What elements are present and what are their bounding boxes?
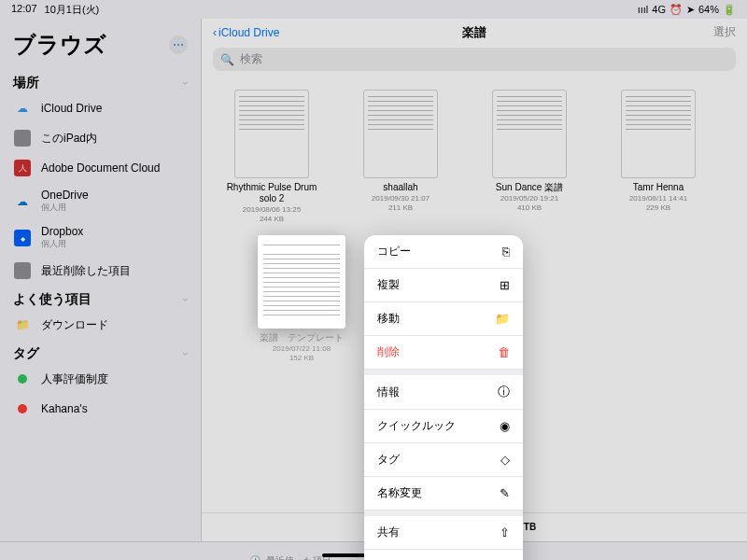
page-title: 楽譜 <box>462 24 486 41</box>
sidebar: ブラウズ ⋯ 場所 › ☁ iCloud Drive このiPad内 人 Ado… <box>0 19 201 541</box>
signal-icon: ıııl <box>638 4 649 15</box>
status-bar: 12:07 10月1日(火) ıııl 4G ⏰ ➤ 64% 🔋 <box>0 0 747 19</box>
thumbnail <box>234 90 309 178</box>
ctx-icon: ◇ <box>500 453 510 467</box>
chevron-left-icon: ‹ <box>213 26 217 39</box>
thumbnail <box>492 90 567 178</box>
folder-icon: 📁 <box>13 315 32 334</box>
file-item[interactable]: Rhythmic Pulse Drum solo 2 2019/08/06 13… <box>220 90 323 223</box>
ctx-item-名称変更[interactable]: 名称変更✎ <box>364 477 523 511</box>
ctx-icon: 📁 <box>495 312 510 326</box>
file-item-selected[interactable]: 楽譜 テンプレート 2019/07/22 11:08 152 KB <box>250 235 353 362</box>
sidebar-item-onedrive[interactable]: ☁ OneDrive個人用 <box>0 183 201 219</box>
select-button[interactable]: 選択 <box>713 24 736 40</box>
ctx-item-クイックルック[interactable]: クイックルック◉ <box>364 410 523 443</box>
location-icon: ➤ <box>686 4 695 16</box>
status-date: 10月1日(火) <box>45 3 100 17</box>
section-favorites[interactable]: よく使う項目 › <box>0 286 201 310</box>
chevron-down-icon: › <box>180 81 191 85</box>
sidebar-item-icloud[interactable]: ☁ iCloud Drive <box>0 93 201 123</box>
section-locations[interactable]: 場所 › <box>0 69 201 93</box>
tag-dot-icon <box>18 404 27 413</box>
ctx-item-移動[interactable]: 移動📁 <box>364 302 523 336</box>
search-icon: 🔍 <box>220 53 234 66</box>
section-tags[interactable]: タグ › <box>0 340 201 364</box>
sidebar-tag-1[interactable]: Kahana's <box>0 394 201 424</box>
ctx-item-複製[interactable]: 複製⊞ <box>364 269 523 302</box>
battery-icon: 🔋 <box>723 4 736 16</box>
sidebar-item-trash[interactable]: 最近削除した項目 <box>0 256 201 286</box>
alarm-icon: ⏰ <box>669 4 683 16</box>
onedrive-icon: ☁ <box>13 192 32 211</box>
sidebar-item-ipad[interactable]: このiPad内 <box>0 123 201 153</box>
trash-icon <box>14 262 31 279</box>
ctx-icon: 🗑 <box>498 345 510 359</box>
status-time: 12:07 <box>11 3 37 17</box>
ctx-item-削除[interactable]: 削除🗑 <box>364 336 523 370</box>
search-input[interactable]: 🔍 検索 <box>213 48 736 71</box>
thumbnail <box>258 235 345 329</box>
clock-icon: 🕐 <box>249 555 261 560</box>
file-item[interactable]: shaallah 2019/09/30 21:07 211 KB <box>349 90 452 223</box>
ctx-icon: ⓘ <box>498 384 510 400</box>
ipad-icon <box>14 130 31 147</box>
ctx-item-圧縮[interactable]: 圧縮▭ <box>364 550 523 560</box>
tab-recent[interactable]: 🕐 最近使った項目 <box>249 554 331 561</box>
file-item[interactable]: Sun Dance 楽譜 2019/05/20 19:21 410 KB <box>478 90 581 223</box>
sidebar-item-downloads[interactable]: 📁 ダウンロード <box>0 310 201 340</box>
ctx-label: 移動 <box>377 311 400 327</box>
ctx-icon: ⇧ <box>500 525 510 539</box>
chevron-down-icon: › <box>180 298 191 301</box>
ctx-label: コピー <box>377 244 411 259</box>
ctx-item-共有[interactable]: 共有⇧ <box>364 516 523 550</box>
thumbnail <box>363 90 438 178</box>
adobe-icon: 人 <box>14 160 31 176</box>
ctx-label: 情報 <box>377 385 400 400</box>
battery-pct: 64% <box>698 4 719 15</box>
dropbox-icon: ⬥ <box>14 230 31 246</box>
ctx-item-タグ[interactable]: タグ◇ <box>364 443 523 477</box>
cloud-icon: ☁ <box>13 99 32 118</box>
ctx-label: 複製 <box>377 277 400 293</box>
more-button[interactable]: ⋯ <box>169 35 188 54</box>
tag-dot-icon <box>18 374 27 384</box>
ctx-label: クイックルック <box>377 418 456 434</box>
ctx-item-情報[interactable]: 情報ⓘ <box>364 375 523 410</box>
ctx-icon: ◉ <box>500 419 510 433</box>
ctx-icon: ⎘ <box>502 245 510 259</box>
chevron-down-icon: › <box>180 352 191 356</box>
back-button[interactable]: ‹ iCloud Drive <box>213 26 279 39</box>
sidebar-item-dropbox[interactable]: ⬥ Dropbox個人用 <box>0 219 201 256</box>
context-menu: コピー⎘複製⊞移動📁削除🗑情報ⓘクイックルック◉タグ◇名称変更✎共有⇧圧縮▭ <box>364 235 523 560</box>
sidebar-title: ブラウズ <box>13 30 106 60</box>
ctx-icon: ⊞ <box>500 278 510 292</box>
ctx-item-コピー[interactable]: コピー⎘ <box>364 235 523 269</box>
ctx-label: タグ <box>377 452 400 468</box>
sidebar-tag-0[interactable]: 人事評価制度 <box>0 364 201 394</box>
file-item[interactable]: Tamr Henna 2019/08/11 14:41 229 KB <box>607 90 710 223</box>
thumbnail <box>621 90 696 178</box>
ctx-label: 削除 <box>377 344 400 360</box>
ctx-icon: ✎ <box>500 486 510 500</box>
sidebar-item-adobe[interactable]: 人 Adobe Document Cloud <box>0 153 201 183</box>
network-label: 4G <box>652 4 666 15</box>
ctx-label: 名称変更 <box>377 485 422 501</box>
ctx-label: 共有 <box>377 525 400 540</box>
